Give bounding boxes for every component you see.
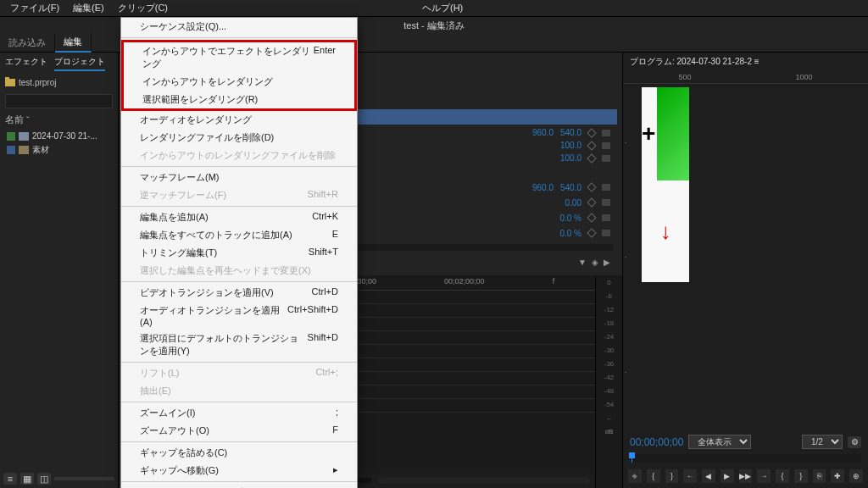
transport-button[interactable]: ⎆ (628, 469, 642, 483)
menu-item-label: インからアウトのレンダリングファイルを削除 (140, 149, 336, 162)
resolution-select[interactable]: 1/2 (802, 435, 843, 449)
menu-item-label: 編集点をすべてのトラックに追加(A) (140, 229, 292, 241)
sort-arrow-icon[interactable]: ˇ (26, 115, 30, 125)
reset-icon[interactable] (602, 155, 610, 162)
menu-item[interactable]: ズームアウト(O)F (121, 422, 357, 440)
meter-mark: -18 (604, 319, 615, 332)
list-view-icon[interactable]: ≡ (3, 473, 17, 485)
project-item[interactable]: 素材 (0, 142, 118, 158)
menu-item-shortcut: E (332, 229, 338, 241)
property-value[interactable]: 960.0 (532, 183, 554, 192)
property-value[interactable]: 100.0 (560, 153, 581, 163)
transport-button[interactable]: } (794, 469, 808, 483)
menu-item[interactable]: レンダリングファイルを削除(D) (121, 129, 357, 147)
menu-item[interactable]: 選択範囲をレンダリング(R) (124, 91, 354, 108)
filter-icon[interactable]: ▼ (578, 258, 587, 267)
icon-view-icon[interactable]: ▦ (20, 473, 34, 485)
reset-icon[interactable] (602, 142, 610, 149)
menu-item[interactable]: ✓タイムラインをスナップイン(S)S (121, 484, 357, 488)
menu-item[interactable]: インからアウトでエフェクトをレンダリングEnter (124, 42, 354, 73)
transport-button[interactable]: { (776, 469, 789, 483)
meter-mark: dB (605, 428, 614, 435)
menu-item-label: ズームアウト(O) (140, 424, 209, 437)
transport-button[interactable]: ◀ (702, 469, 715, 483)
menu-item[interactable]: インからアウトをレンダリング (124, 73, 354, 91)
menu-item[interactable]: 編集点をすべてのトラックに追加(A)E (121, 226, 357, 244)
menu-item-label: ズームイン(I) (140, 407, 195, 419)
fit-select[interactable]: 全体表示 (688, 435, 751, 449)
menu-file[interactable]: ファイル(F) (5, 0, 64, 16)
play-icon[interactable]: ▶ (604, 258, 610, 267)
keyframe-toggle-icon[interactable] (587, 228, 596, 237)
property-value[interactable]: 0.0 % (559, 214, 581, 223)
property-value[interactable]: 540.0 (560, 128, 581, 137)
transport-button[interactable]: ✚ (831, 469, 844, 483)
thumbnail-size-slider[interactable] (54, 477, 114, 480)
audio-meters: 0-6-12-18-24-30-36-42-48-54--dB (595, 275, 622, 488)
name-column-header[interactable]: 名前 (5, 114, 24, 126)
reset-icon[interactable] (602, 230, 610, 236)
panel-tab-effects[interactable]: エフェクト (5, 56, 47, 71)
keyframe-toggle-icon[interactable] (587, 197, 596, 207)
transport-button[interactable]: ⎘ (813, 469, 826, 483)
program-canvas[interactable]: + ↓ (642, 87, 689, 282)
settings-icon[interactable]: ⚙ (848, 436, 861, 448)
menu-item[interactable]: ギャップを詰める(C) (121, 444, 357, 462)
menu-item[interactable]: シーケンス設定(Q)... (121, 18, 357, 36)
menu-item-label: ビデオトランジションを適用(V) (140, 286, 274, 299)
menu-item-shortcut: Shift+D (308, 332, 338, 358)
transport-button[interactable]: ▶ (721, 469, 734, 483)
meter-mark: -12 (604, 306, 615, 319)
workspace-tab-import[interactable]: 読み込み (0, 34, 55, 52)
transport-button[interactable]: } (665, 469, 679, 483)
panel-tab-project[interactable]: プロジェクト (54, 56, 105, 71)
preview-thumbnail-green (657, 87, 689, 180)
menu-item[interactable]: 選択項目にデフォルトのトランジションを適用(Y)Shift+D (121, 330, 357, 360)
menu-item-label: 選択項目にデフォルトのトランジションを適用(Y) (140, 332, 308, 358)
menu-item[interactable]: オーディオをレンダリング (121, 111, 357, 129)
keyframe-nav-icon[interactable]: ◈ (592, 258, 598, 267)
property-value[interactable]: 0.0 % (559, 229, 581, 238)
highlighted-menu-group: インからアウトでエフェクトをレンダリングEnterインからアウトをレンダリング選… (121, 40, 357, 111)
project-item[interactable]: 2024-07-30 21-... (0, 130, 118, 142)
property-value[interactable]: 540.0 (560, 183, 581, 192)
menu-item[interactable]: ギャップへ移動(G)▸ (121, 462, 357, 480)
program-scrubber[interactable] (630, 454, 861, 463)
keyframe-toggle-icon[interactable] (587, 128, 596, 137)
menu-item[interactable]: オーディオトランジションを適用(A)Ctrl+Shift+D (121, 302, 357, 330)
menu-item[interactable]: マッチフレーム(M) (121, 169, 357, 186)
menu-item[interactable]: 編集点を追加(A)Ctrl+K (121, 208, 357, 226)
menu-help[interactable]: ヘルプ(H) (417, 0, 468, 16)
menu-item: 抽出(E) (121, 382, 357, 400)
reset-icon[interactable] (602, 214, 610, 221)
property-value[interactable]: 100.0 (560, 141, 581, 150)
menu-edit[interactable]: 編集(E) (68, 0, 109, 16)
property-value[interactable]: 0.00 (565, 198, 581, 208)
meter-mark: -- (607, 414, 611, 427)
menu-item[interactable]: トリミング編集(T)Shift+T (121, 244, 357, 262)
menu-clip[interactable]: クリップ(C) (113, 0, 173, 16)
transport-button[interactable]: ⊕ (849, 469, 863, 483)
menu-item-shortcut: Shift+T (309, 247, 338, 259)
transport-button[interactable]: ← (683, 469, 697, 483)
reset-icon[interactable] (602, 199, 610, 206)
transport-button[interactable]: { (647, 469, 660, 483)
timeline-scroll[interactable] (378, 477, 590, 484)
keyframe-toggle-icon[interactable] (587, 153, 596, 163)
transport-button[interactable]: → (757, 469, 771, 483)
property-value[interactable]: 960.0 (532, 128, 554, 137)
reset-icon[interactable] (602, 184, 610, 191)
keyframe-toggle-icon[interactable] (587, 141, 596, 150)
transport-button[interactable]: ▶▶ (739, 469, 753, 483)
menu-item[interactable]: ズームイン(I); (121, 404, 357, 422)
menu-item[interactable]: ビデオトランジションを適用(V)Ctrl+D (121, 284, 357, 302)
reset-icon[interactable] (602, 130, 610, 136)
menu-item-label: リフト(L) (140, 367, 179, 380)
workspace-tab-edit[interactable]: 編集 (55, 33, 92, 53)
program-timecode[interactable]: 00;00;00;00 (630, 436, 683, 448)
freeform-view-icon[interactable]: ◫ (37, 473, 51, 485)
keyframe-toggle-icon[interactable] (587, 213, 596, 222)
keyframe-toggle-icon[interactable] (587, 182, 596, 191)
menu-item-shortcut: Ctrl+K (312, 211, 338, 224)
project-search-input[interactable] (5, 94, 113, 108)
